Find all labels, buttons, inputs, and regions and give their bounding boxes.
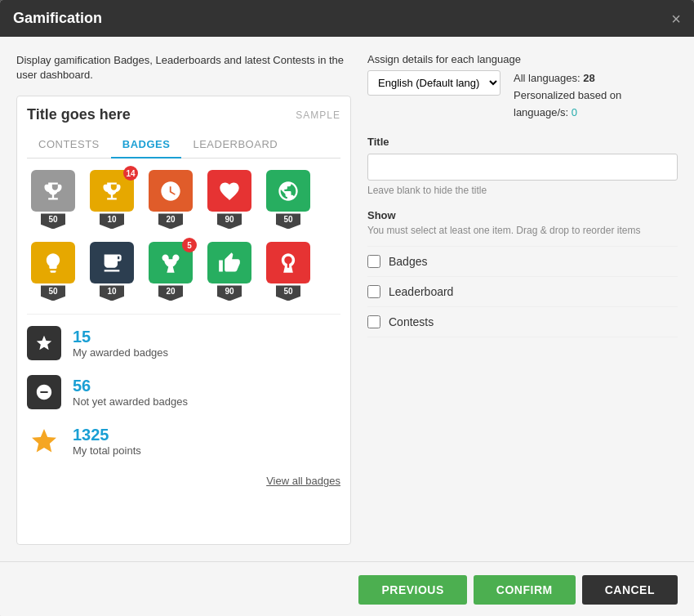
view-all-link[interactable]: View all badges bbox=[266, 475, 340, 487]
badge-item: 20 bbox=[145, 170, 197, 229]
tab-contests[interactable]: CONTESTS bbox=[27, 132, 111, 158]
preview-title: Title goes here bbox=[27, 106, 131, 123]
badge-icon-clock bbox=[149, 170, 193, 212]
stat-icon-star-gold bbox=[27, 424, 61, 458]
show-section-title: Show bbox=[367, 209, 678, 221]
divider bbox=[27, 314, 340, 315]
badge-count: 20 bbox=[158, 213, 183, 229]
personalized-count: 0 bbox=[572, 106, 577, 118]
badge-icon-trophy-grey bbox=[31, 170, 75, 212]
title-field-label: Title bbox=[367, 134, 678, 149]
stat-row-awarded: 15 My awarded badges bbox=[27, 326, 340, 360]
badge-item: 14 10 bbox=[86, 170, 138, 229]
badge-count: 20 bbox=[158, 285, 183, 301]
cancel-button[interactable]: CANCEL bbox=[582, 575, 678, 605]
badge-item: 50 bbox=[27, 242, 79, 301]
stat-number-not-awarded: 56 bbox=[73, 377, 188, 395]
show-section-hint: You must select at least one item. Drag … bbox=[367, 225, 678, 236]
stat-label-not-awarded: Not yet awarded badges bbox=[73, 395, 188, 408]
title-label: Title bbox=[367, 136, 389, 148]
badge-count: 10 bbox=[100, 213, 124, 229]
badge-icon-bomb bbox=[266, 242, 310, 283]
badge-count: 50 bbox=[41, 213, 65, 229]
stat-label-points: My total points bbox=[73, 444, 141, 457]
checkboxes-group: Badges Leaderboard Contests bbox=[367, 246, 678, 337]
sample-label: SAMPLE bbox=[296, 109, 340, 121]
checkbox-label-contests: Contests bbox=[389, 315, 434, 328]
stat-info-awarded: 15 My awarded badges bbox=[73, 328, 168, 359]
language-select-row: English (Default lang) All languages: 28… bbox=[367, 70, 678, 121]
stat-label-awarded: My awarded badges bbox=[73, 346, 168, 359]
checkbox-label-badges: Badges bbox=[389, 255, 427, 268]
badge-icon-trophy-gold: 14 bbox=[90, 170, 134, 212]
all-languages-label: All languages: bbox=[514, 72, 581, 84]
badge-icon-rabbit: 5 bbox=[149, 242, 193, 283]
badge-icon-bulb bbox=[31, 242, 75, 283]
badge-item: 50 bbox=[262, 242, 314, 301]
preview-card: Title goes here SAMPLE CONTESTS BADGES L… bbox=[16, 96, 351, 545]
badge-icon-news bbox=[90, 242, 134, 283]
language-info: All languages: 28 Personalized based on … bbox=[514, 70, 678, 121]
title-input[interactable] bbox=[367, 154, 678, 181]
badge-grid-row1: 50 14 10 20 bbox=[27, 170, 340, 229]
badge-item: 90 bbox=[203, 242, 256, 301]
badge-item: 90 bbox=[203, 170, 256, 229]
badge-icon-thumbup bbox=[207, 242, 251, 283]
tab-leaderboard[interactable]: LEADERBOARD bbox=[181, 132, 289, 158]
previous-button[interactable]: PREVIOUS bbox=[358, 575, 466, 605]
language-section: Assign details for each language English… bbox=[367, 53, 678, 121]
stat-info-not-awarded: 56 Not yet awarded badges bbox=[73, 377, 188, 408]
assign-label: Assign details for each language bbox=[367, 53, 678, 65]
badge-count: 90 bbox=[217, 285, 242, 301]
badge-item: 50 bbox=[262, 170, 314, 229]
stat-number-awarded: 15 bbox=[73, 328, 168, 346]
close-button[interactable]: × bbox=[671, 11, 681, 27]
title-hint: Leave blank to hide the title bbox=[367, 185, 678, 196]
language-select[interactable]: English (Default lang) bbox=[367, 70, 500, 96]
badge-icon-globe bbox=[266, 170, 310, 212]
personalized-label: Personalized based on language/s: bbox=[514, 89, 621, 118]
confirm-button[interactable]: CONFIRM bbox=[474, 575, 576, 605]
badge-item: 10 bbox=[86, 242, 138, 301]
badge-item: 50 bbox=[27, 170, 79, 229]
stat-icon-minus bbox=[27, 375, 61, 409]
gamification-modal: Gamification × Display gamification Badg… bbox=[0, 0, 694, 616]
left-panel: Display gamification Badges, Leaderboard… bbox=[16, 53, 351, 545]
modal-body: Display gamification Badges, Leaderboard… bbox=[0, 37, 694, 561]
badge-count: 50 bbox=[276, 285, 300, 301]
badge-count: 10 bbox=[100, 285, 124, 301]
right-panel: Assign details for each language English… bbox=[367, 53, 678, 545]
badge-notification: 14 bbox=[123, 166, 138, 181]
badge-grid-row2: 50 10 5 20 bbox=[27, 242, 340, 301]
stat-info-points: 1325 My total points bbox=[73, 426, 141, 457]
checkbox-row-leaderboard: Leaderboard bbox=[367, 277, 678, 307]
checkbox-contests[interactable] bbox=[367, 315, 380, 328]
description-text: Display gamification Badges, Leaderboard… bbox=[16, 53, 351, 83]
view-all-badges[interactable]: View all badges bbox=[27, 473, 340, 488]
badge-count: 50 bbox=[41, 285, 65, 301]
personalized-info: Personalized based on language/s: 0 bbox=[514, 87, 678, 122]
checkbox-badges[interactable] bbox=[367, 255, 380, 268]
checkbox-row-contests: Contests bbox=[367, 307, 678, 337]
checkbox-row-badges: Badges bbox=[367, 246, 678, 277]
checkbox-label-leaderboard: Leaderboard bbox=[389, 285, 453, 298]
badge-item: 5 20 bbox=[145, 242, 197, 301]
all-languages-info: All languages: 28 bbox=[514, 70, 678, 87]
badge-count: 50 bbox=[276, 213, 300, 229]
badge-notification: 5 bbox=[182, 238, 197, 252]
stat-row-not-awarded: 56 Not yet awarded badges bbox=[27, 375, 340, 409]
stat-row-points: 1325 My total points bbox=[27, 424, 340, 458]
preview-card-header: Title goes here SAMPLE bbox=[27, 106, 340, 123]
modal-footer: PREVIOUS CONFIRM CANCEL bbox=[0, 561, 694, 616]
tab-badges[interactable]: BADGES bbox=[111, 132, 182, 158]
modal-header: Gamification × bbox=[0, 0, 694, 37]
stat-icon-star bbox=[27, 326, 61, 360]
badge-count: 90 bbox=[217, 213, 242, 229]
preview-tabs: CONTESTS BADGES LEADERBOARD bbox=[27, 132, 340, 158]
stat-number-points: 1325 bbox=[73, 426, 141, 444]
modal-title: Gamification bbox=[13, 10, 102, 27]
all-languages-count: 28 bbox=[583, 72, 594, 84]
badge-icon-heart bbox=[207, 170, 251, 212]
checkbox-leaderboard[interactable] bbox=[367, 285, 380, 298]
